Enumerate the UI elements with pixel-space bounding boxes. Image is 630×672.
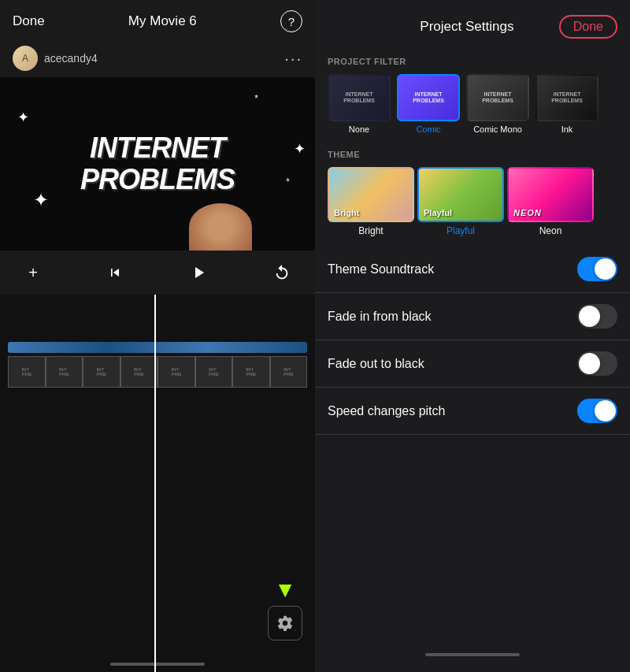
bottom-padding xyxy=(315,664,630,672)
playback-controls: + xyxy=(0,251,315,295)
filmstrip-container: INTPRB INTPRB INTPRB INTPRB INTPRB INTPR… xyxy=(8,342,307,413)
settings-row-fade-in: Fade in from black xyxy=(315,293,630,340)
rewind-button[interactable] xyxy=(101,258,129,287)
theme-neon-label: Neon xyxy=(539,225,562,236)
project-filter-label: PROJECT FILTER xyxy=(315,50,630,71)
filmstrip-bottom: INTPRB INTPRB INTPRB INTPRB INTPRB INTPR… xyxy=(8,356,307,388)
project-settings-title: Project Settings xyxy=(375,19,559,35)
audio-track xyxy=(8,342,307,353)
avatar: A xyxy=(13,46,38,71)
film-frame-1: INTPRB xyxy=(8,356,46,388)
home-indicator-right xyxy=(425,653,520,656)
settings-icon-button[interactable] xyxy=(268,606,302,640)
toggle-knob-1 xyxy=(595,258,616,280)
speed-pitch-label: Speed changes pitch xyxy=(328,404,445,418)
theme-label: THEME xyxy=(315,143,630,164)
settings-row-speed-pitch: Speed changes pitch xyxy=(315,388,630,435)
filter-comic-mono[interactable]: INTERNETPROBLEMS Comic Mono xyxy=(466,74,529,134)
star-decoration-4: * xyxy=(254,93,258,104)
settings-row-fade-out: Fade out to black xyxy=(315,340,630,388)
theme-neon[interactable]: NEON Neon xyxy=(507,167,594,236)
toggle-knob-3 xyxy=(579,353,600,374)
filter-comic-label: Comic xyxy=(416,124,440,134)
film-frame-5: INTPRB xyxy=(158,356,195,388)
toggle-knob-2 xyxy=(579,306,600,327)
star-decoration-3: ✦ xyxy=(33,189,49,211)
filter-none-label: None xyxy=(349,124,369,134)
movie-title: My Movie 6 xyxy=(45,13,280,29)
timeline-cursor xyxy=(154,295,156,672)
film-frame-2: INTPRB xyxy=(46,356,83,388)
filter-ink-label: Ink xyxy=(561,124,573,134)
speed-pitch-toggle[interactable] xyxy=(577,399,617,423)
theme-scroll[interactable]: Bright Bright Playful Playful NEON Neon xyxy=(315,164,630,246)
fade-in-toggle[interactable] xyxy=(577,304,617,329)
right-header: Project Settings Done xyxy=(315,0,630,50)
done-button-left[interactable]: Done xyxy=(13,13,45,29)
theme-soundtrack-label: Theme Soundtrack xyxy=(328,262,434,277)
settings-row-theme-soundtrack: Theme Soundtrack xyxy=(315,246,630,293)
filter-none[interactable]: INTERNETPROBLEMS None xyxy=(328,74,391,134)
film-frame-6: INTPRB xyxy=(195,356,233,388)
fade-in-label: Fade in from black xyxy=(328,310,432,324)
theme-soundtrack-toggle[interactable] xyxy=(577,257,617,281)
filter-comic-mono-label: Comic Mono xyxy=(473,124,522,134)
add-button[interactable]: + xyxy=(19,258,47,287)
video-preview: INTERNET PROBLEMS ✦ ✦ ✦ * * xyxy=(0,77,315,251)
video-text: INTERNET PROBLEMS xyxy=(80,132,235,195)
film-frame-3: INTPRB xyxy=(83,356,120,388)
user-row: A acecandy4 ··· xyxy=(0,43,315,77)
filter-scroll[interactable]: INTERNETPROBLEMS None INTERNETPROBLEMS C… xyxy=(315,71,630,143)
timeline-area[interactable]: INTPRB INTPRB INTPRB INTPRB INTPRB INTPR… xyxy=(0,295,315,672)
theme-bright-label: Bright xyxy=(358,225,383,236)
user-info: A acecandy4 xyxy=(13,46,98,71)
fade-out-toggle[interactable] xyxy=(577,351,617,376)
theme-playful[interactable]: Playful Playful xyxy=(417,167,504,236)
right-panel: Project Settings Done PROJECT FILTER INT… xyxy=(315,0,630,672)
arrow-down-icon: ▼ xyxy=(274,577,296,603)
theme-playful-label: Playful xyxy=(447,225,475,236)
home-indicator-left xyxy=(110,663,205,666)
redo-button[interactable] xyxy=(268,258,296,287)
theme-bright[interactable]: Bright Bright xyxy=(328,167,414,236)
done-button-right[interactable]: Done xyxy=(559,15,617,39)
filter-comic[interactable]: INTERNETPROBLEMS Comic xyxy=(397,74,460,134)
play-button[interactable] xyxy=(183,257,214,288)
film-frame-4: INTPRB xyxy=(120,356,158,388)
film-frame-8: INTPRB xyxy=(270,356,308,388)
more-button[interactable]: ··· xyxy=(284,50,302,68)
bottom-bar-left: ▼ xyxy=(268,577,302,640)
face-preview xyxy=(189,203,252,251)
left-panel: Done My Movie 6 ? A acecandy4 ··· INTERN… xyxy=(0,0,315,672)
star-decoration-1: ✦ xyxy=(17,109,29,126)
video-background: INTERNET PROBLEMS ✦ ✦ ✦ * * xyxy=(0,77,315,251)
help-button[interactable]: ? xyxy=(280,10,302,32)
star-decoration-2: ✦ xyxy=(294,140,306,158)
fade-out-label: Fade out to black xyxy=(328,357,424,371)
left-header: Done My Movie 6 ? xyxy=(0,0,315,43)
film-frame-7: INTPRB xyxy=(232,356,270,388)
star-decoration-5: * xyxy=(286,176,290,187)
toggle-knob-4 xyxy=(595,400,616,421)
username: acecandy4 xyxy=(44,52,98,65)
filter-ink[interactable]: INTERNETPROBLEMS Ink xyxy=(536,74,598,134)
right-spacer xyxy=(315,435,630,653)
